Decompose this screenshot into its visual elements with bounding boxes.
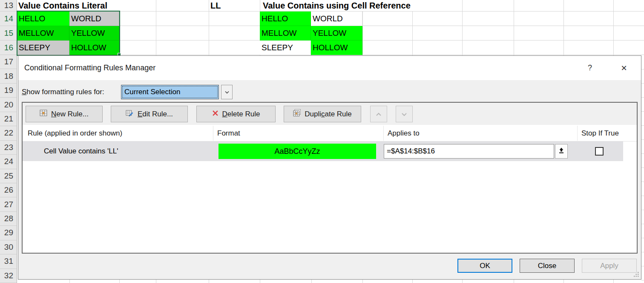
cell[interactable]: MELLOW bbox=[17, 26, 69, 40]
dialog-title-bar[interactable]: Conditional Formatting Rules Manager ? ✕ bbox=[18, 56, 641, 80]
show-rules-dropdown[interactable]: Current Selection bbox=[121, 85, 219, 99]
new-rule-icon bbox=[40, 109, 47, 119]
rule-format-preview: AaBbCcYyZz bbox=[218, 144, 376, 159]
row-header-cell[interactable]: 16 bbox=[0, 40, 17, 55]
cell[interactable]: WORLD bbox=[311, 12, 362, 26]
resize-grip[interactable] bbox=[633, 271, 639, 277]
row-header-cell[interactable]: 22 bbox=[0, 126, 17, 140]
dialog-close-button[interactable]: ✕ bbox=[615, 56, 633, 80]
row-header-cell[interactable]: 13 bbox=[0, 0, 17, 12]
chevron-down-icon bbox=[401, 110, 407, 118]
chevron-down-icon bbox=[224, 88, 230, 96]
row-header-column: 13 14 15 16 17 18 19 20 21 22 23 24 25 2… bbox=[0, 0, 17, 283]
help-button[interactable]: ? bbox=[581, 56, 599, 80]
row-header-cell[interactable]: 24 bbox=[0, 155, 17, 169]
row-header-cell[interactable]: 17 bbox=[0, 55, 17, 69]
row-header-cell[interactable]: 21 bbox=[0, 112, 17, 126]
chevron-up-icon bbox=[376, 110, 382, 118]
conditional-formatting-rules-manager-dialog: Conditional Formatting Rules Manager ? ✕… bbox=[18, 55, 641, 280]
apply-button: Apply bbox=[582, 259, 637, 273]
help-icon: ? bbox=[588, 64, 592, 72]
header-cell-value-contains-cell-reference[interactable]: Value Contains using Cell Reference bbox=[263, 0, 411, 12]
row-header-cell[interactable]: 26 bbox=[0, 183, 17, 197]
show-rules-dropdown-arrow-button[interactable] bbox=[221, 85, 233, 99]
duplicate-rule-button[interactable]: Duplicate Rule bbox=[284, 106, 361, 122]
duplicate-rule-label: Duplicate Rule bbox=[305, 110, 352, 118]
cell-block-cell-reference: HELLO WORLD MELLOW YELLOW SLEEPY HOLLOW bbox=[260, 12, 362, 55]
new-rule-label: New Rule... bbox=[51, 110, 89, 118]
row-header-cell[interactable]: 18 bbox=[0, 69, 17, 83]
cell[interactable]: MELLOW bbox=[260, 26, 311, 40]
dropdown-selected-value: Current Selection bbox=[124, 88, 180, 96]
cell[interactable]: YELLOW bbox=[311, 26, 362, 40]
new-rule-button[interactable]: New Rule... bbox=[26, 106, 103, 122]
cell[interactable]: SLEEPY bbox=[17, 40, 69, 55]
cell[interactable]: SLEEPY bbox=[260, 40, 311, 55]
delete-rule-button[interactable]: Delete Rule bbox=[196, 106, 276, 122]
row-header-cell[interactable]: 28 bbox=[0, 212, 17, 226]
rules-toolbar: New Rule... Edit Rule... Delete R bbox=[23, 103, 637, 125]
range-picker-button[interactable] bbox=[555, 144, 568, 159]
cell[interactable]: HELLO bbox=[260, 12, 311, 26]
row-header-cell[interactable]: 19 bbox=[0, 84, 17, 98]
edit-rule-button[interactable]: Edit Rule... bbox=[111, 106, 188, 122]
cell[interactable]: HOLLOW bbox=[69, 40, 119, 55]
header-cell-ll[interactable]: LL bbox=[210, 0, 221, 12]
rules-list-frame: New Rule... Edit Rule... Delete R bbox=[22, 102, 638, 254]
show-formatting-rules-label: Show formatting rules for: bbox=[22, 83, 104, 101]
cell[interactable]: HELLO bbox=[17, 12, 69, 26]
rule-description: Cell Value contains 'LL' bbox=[44, 142, 118, 161]
rule-row[interactable]: Cell Value contains 'LL' AaBbCcYyZz bbox=[23, 142, 623, 161]
delete-rule-icon bbox=[212, 110, 218, 118]
row-header-cell[interactable]: 14 bbox=[0, 12, 17, 26]
row-header-cell[interactable]: 25 bbox=[0, 169, 17, 183]
duplicate-rule-icon bbox=[293, 109, 301, 119]
move-rule-up-button[interactable] bbox=[370, 106, 387, 122]
rules-list-header: Rule (applied in order shown) Format App… bbox=[23, 125, 637, 142]
cell[interactable]: HOLLOW bbox=[311, 40, 362, 55]
dialog-title: Conditional Formatting Rules Manager bbox=[24, 56, 155, 80]
delete-rule-label: Delete Rule bbox=[222, 110, 260, 118]
collapse-dialog-arrow-icon bbox=[558, 147, 565, 156]
row-header-cell[interactable]: 27 bbox=[0, 197, 17, 211]
column-header-stop-if-true: Stop If True bbox=[581, 125, 619, 142]
edit-rule-label: Edit Rule... bbox=[138, 110, 173, 118]
stop-if-true-checkbox[interactable] bbox=[595, 147, 604, 156]
row-header-cell[interactable]: 20 bbox=[0, 98, 17, 112]
cell-block-literal: HELLO WORLD MELLOW YELLOW SLEEPY HOLLOW bbox=[17, 12, 119, 55]
row-header-cell[interactable]: 23 bbox=[0, 141, 17, 155]
column-header-rule: Rule (applied in order shown) bbox=[28, 125, 122, 142]
cell[interactable]: WORLD bbox=[69, 12, 119, 26]
header-cell-value-contains-literal[interactable]: Value Contains Literal bbox=[18, 0, 107, 12]
row-header-cell[interactable]: 31 bbox=[0, 254, 17, 269]
column-header-applies-to: Applies to bbox=[388, 125, 420, 142]
move-rule-down-button[interactable] bbox=[396, 106, 413, 122]
cell[interactable]: YELLOW bbox=[69, 26, 119, 40]
applies-to-field-group bbox=[384, 144, 568, 159]
column-header-format: Format bbox=[217, 125, 240, 142]
close-button[interactable]: Close bbox=[520, 259, 575, 273]
edit-rule-icon bbox=[126, 109, 134, 119]
row-header-cell[interactable]: 30 bbox=[0, 240, 17, 254]
applies-to-input[interactable] bbox=[384, 144, 554, 159]
close-icon: ✕ bbox=[621, 64, 627, 73]
row-header-cell[interactable]: 15 bbox=[0, 26, 17, 40]
row-header-cell[interactable]: 29 bbox=[0, 226, 17, 240]
row-header-cell[interactable]: 32 bbox=[0, 269, 17, 283]
ok-button[interactable]: OK bbox=[457, 259, 512, 273]
